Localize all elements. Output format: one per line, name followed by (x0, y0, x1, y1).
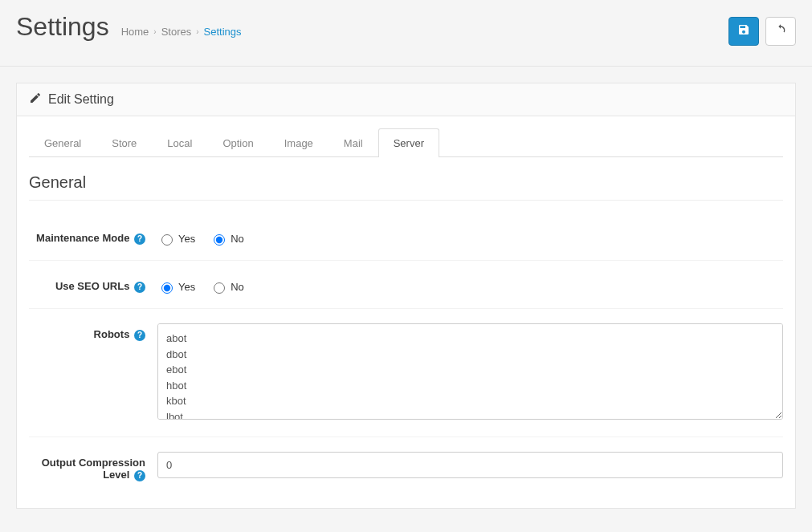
help-icon[interactable]: ? (134, 330, 145, 341)
maintenance-yes-radio[interactable] (161, 234, 173, 246)
compression-input[interactable] (157, 452, 783, 478)
tab-local[interactable]: Local (152, 128, 207, 157)
back-icon (774, 23, 787, 39)
robots-label: Robots ? (29, 323, 157, 422)
settings-panel: Edit Setting General Store Local Option … (16, 83, 796, 509)
save-icon (737, 23, 750, 39)
section-title: General (29, 173, 783, 201)
maintenance-label: Maintenance Mode ? (29, 227, 157, 246)
maintenance-yes-label[interactable]: Yes (157, 232, 195, 246)
breadcrumb-separator: › (196, 27, 198, 36)
maintenance-no-radio[interactable] (214, 234, 225, 246)
page-title: Settings (16, 12, 109, 42)
panel-heading-text: Edit Setting (48, 92, 114, 107)
form-group-seo: Use SEO URLs ? Yes No (29, 261, 783, 309)
help-icon[interactable]: ? (134, 282, 145, 293)
save-button[interactable] (728, 17, 759, 46)
form-group-robots: Robots ? (29, 309, 783, 437)
compression-label: Output Compression Level ? (29, 452, 157, 481)
panel-heading: Edit Setting (17, 83, 795, 116)
breadcrumb-settings[interactable]: Settings (204, 26, 242, 38)
seo-yes-radio[interactable] (161, 282, 173, 294)
tab-server[interactable]: Server (378, 128, 439, 157)
breadcrumb: Home › Stores › Settings (121, 26, 242, 38)
form-group-compression: Output Compression Level ? (29, 437, 783, 496)
back-button[interactable] (765, 17, 796, 46)
seo-no-radio[interactable] (214, 282, 225, 294)
seo-yes-label[interactable]: Yes (157, 280, 195, 294)
tabs: General Store Local Option Image Mail Se… (29, 128, 783, 157)
breadcrumb-stores[interactable]: Stores (161, 26, 192, 38)
form-group-maintenance: Maintenance Mode ? Yes No (29, 213, 783, 261)
maintenance-no-label[interactable]: No (210, 232, 244, 246)
breadcrumb-home[interactable]: Home (121, 26, 149, 38)
tab-store[interactable]: Store (96, 128, 152, 157)
tab-general[interactable]: General (29, 128, 96, 157)
seo-no-label[interactable]: No (210, 280, 244, 294)
help-icon[interactable]: ? (134, 470, 145, 481)
help-icon[interactable]: ? (134, 234, 145, 245)
seo-label: Use SEO URLs ? (29, 275, 157, 294)
robots-textarea[interactable] (157, 323, 783, 420)
tab-mail[interactable]: Mail (328, 128, 378, 157)
tab-option[interactable]: Option (207, 128, 268, 157)
pencil-icon (29, 91, 42, 108)
breadcrumb-separator: › (153, 27, 156, 36)
tab-image[interactable]: Image (269, 128, 328, 157)
